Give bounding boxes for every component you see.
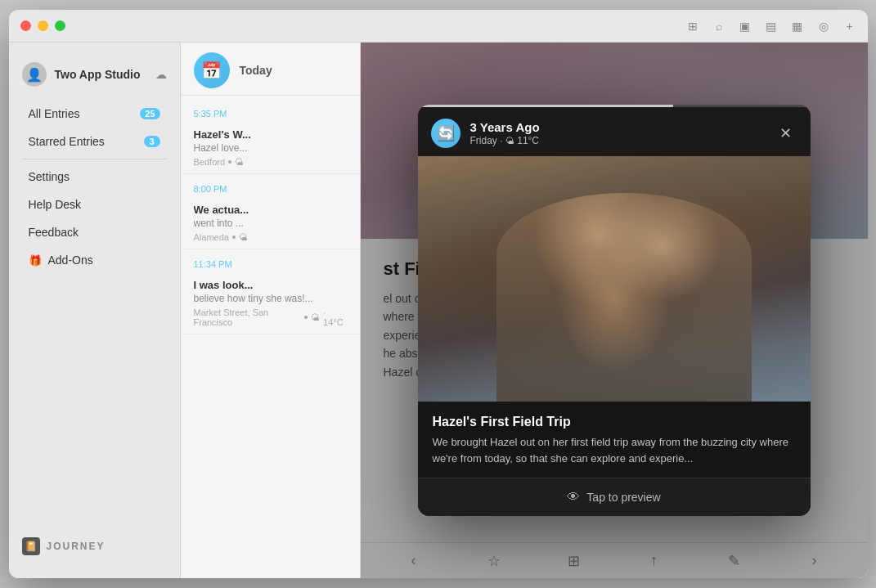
minimize-button[interactable]: [38, 20, 48, 31]
entry-weather: 🌤: [239, 232, 248, 242]
sidebar-item-add-ons[interactable]: 🎁 Add-Ons: [16, 247, 173, 273]
sidebar-item-settings[interactable]: Settings: [16, 164, 173, 190]
all-entries-badge: 25: [140, 108, 159, 119]
sidebar-item-feedback[interactable]: Feedback: [16, 219, 173, 245]
modal-weather-icon: 🌤: [505, 136, 514, 146]
modal-date-info: 3 Years Ago Friday · 🌤 11°C: [470, 120, 765, 146]
list-item[interactable]: We actua... went into ... Alameda 🌤: [181, 197, 360, 249]
photo-icon[interactable]: ▣: [739, 20, 752, 33]
tap-to-preview-button[interactable]: 👁 Tap to preview: [418, 478, 811, 516]
meta-dot: [304, 316, 308, 319]
meta-dot: [232, 236, 236, 239]
modal-time-ago: 3 Years Ago: [470, 120, 765, 134]
entry-title: We actua...: [194, 204, 347, 216]
eye-icon: 👁: [567, 490, 580, 505]
sidebar-item-starred-entries[interactable]: Starred Entries 3: [16, 128, 173, 155]
today-label: Today: [240, 64, 272, 77]
modal-card: 🔄 3 Years Ago Friday · 🌤 11°C ✕: [418, 105, 811, 516]
sidebar-item-label: Help Desk: [29, 198, 160, 211]
modal-photo: [418, 156, 811, 402]
sidebar-user: 👤 Two App Studio ☁: [9, 56, 180, 100]
add-icon[interactable]: +: [843, 20, 856, 33]
entry-title: Hazel's W...: [194, 128, 347, 141]
sidebar-divider: [22, 159, 167, 159]
user-avatar: 👤: [22, 62, 47, 87]
modal-overlay[interactable]: 🔄 3 Years Ago Friday · 🌤 11°C ✕: [361, 43, 868, 578]
sidebar-item-label: Add-Ons: [48, 254, 160, 267]
modal-progress-fill: [418, 105, 673, 107]
journey-brand: JOURNEY: [47, 541, 106, 552]
entry-preview: Hazel love...: [194, 142, 347, 154]
sidebar: 👤 Two App Studio ☁ All Entries 25 Starre…: [9, 43, 181, 578]
modal-date-detail: Friday · 🌤 11°C: [470, 135, 765, 146]
modal-entry-title: Hazel's First Field Trip: [433, 415, 796, 429]
entry-location: Bedford: [194, 157, 226, 167]
entry-time-2: 8:00 PM: [181, 174, 360, 197]
modal-progress-bar-container: [418, 105, 811, 107]
sidebar-item-help-desk[interactable]: Help Desk: [16, 191, 173, 218]
entry-preview: believe how tiny she was!...: [194, 293, 347, 304]
meta-dot: [228, 160, 231, 164]
entry-preview: went into ...: [194, 218, 347, 229]
entry-list-header: 📅 Today: [181, 43, 360, 96]
entry-meta: Alameda 🌤: [194, 232, 347, 242]
entry-weather: 🌤: [311, 312, 320, 322]
entry-time-1: 5:35 PM: [181, 99, 360, 122]
modal-caption: Hazel's First Field Trip We brought Haze…: [418, 402, 811, 478]
sidebar-item-label: Starred Entries: [29, 135, 144, 148]
modal-header: 🔄 3 Years Ago Friday · 🌤 11°C ✕: [418, 107, 811, 156]
sidebar-item-label: All Entries: [29, 107, 141, 120]
sidebar-item-label: Feedback: [29, 226, 160, 239]
title-bar: ⊞ ⌕ ▣ ▤ ▦ ◎ +: [9, 10, 868, 43]
close-button[interactable]: [20, 20, 31, 31]
app-window: ⊞ ⌕ ▣ ▤ ▦ ◎ + 👤 Two App Studio ☁ All Ent…: [9, 10, 868, 578]
search-icon[interactable]: ⌕: [712, 20, 726, 33]
modal-separator: ·: [500, 135, 505, 146]
entry-location: Alameda: [194, 232, 229, 242]
modal-temp: 11°C: [517, 135, 539, 146]
entry-list: 📅 Today 5:35 PM Hazel's W... Hazel love.…: [181, 43, 361, 578]
entry-items: 5:35 PM Hazel's W... Hazel love... Bedfo…: [181, 96, 360, 578]
sidebar-item-all-entries[interactable]: All Entries 25: [16, 101, 173, 127]
chart-icon[interactable]: ▦: [791, 20, 804, 33]
user-name: Two App Studio: [55, 68, 147, 81]
entry-meta: Bedford 🌤: [194, 157, 347, 167]
list-item[interactable]: Hazel's W... Hazel love... Bedford 🌤: [181, 122, 360, 174]
settings-icon[interactable]: ◎: [817, 20, 830, 33]
starred-entries-badge: 3: [144, 136, 160, 147]
entry-location: Market Street, San Francisco: [194, 307, 302, 327]
modal-day: Friday: [470, 135, 497, 146]
app-body: 👤 Two App Studio ☁ All Entries 25 Starre…: [9, 43, 868, 578]
modal-entry-preview: We brought Hazel out on her first field …: [433, 434, 796, 466]
sidebar-footer: 📔 JOURNEY: [9, 527, 180, 565]
entry-time-3: 11:34 PM: [181, 249, 360, 272]
list-item[interactable]: I was look... believe how tiny she was!.…: [181, 272, 360, 334]
gift-icon: 🎁: [29, 254, 42, 267]
journey-logo: 📔: [22, 537, 40, 555]
today-icon: 📅: [194, 52, 230, 88]
maximize-button[interactable]: [55, 20, 65, 31]
entry-title: I was look...: [194, 279, 347, 291]
entry-meta: Market Street, San Francisco 🌤 · 14°C: [194, 307, 347, 327]
entry-weather: 🌤: [235, 157, 244, 167]
detail-panel: st Field Trip el out on her first field …: [361, 43, 868, 578]
media-icon[interactable]: ▤: [765, 20, 778, 33]
cloud-sync-icon[interactable]: ☁: [155, 68, 167, 81]
toolbar-icons: ⊞ ⌕ ▣ ▤ ▦ ◎ +: [686, 20, 856, 33]
entry-temp: · 14°C: [323, 307, 346, 327]
modal-date-icon: 🔄: [431, 119, 460, 148]
tap-preview-label: Tap to preview: [586, 491, 660, 504]
modal-close-button[interactable]: ✕: [775, 122, 797, 145]
sidebar-item-label: Settings: [29, 170, 160, 183]
sidebar-toggle-icon[interactable]: ⊞: [686, 20, 699, 33]
